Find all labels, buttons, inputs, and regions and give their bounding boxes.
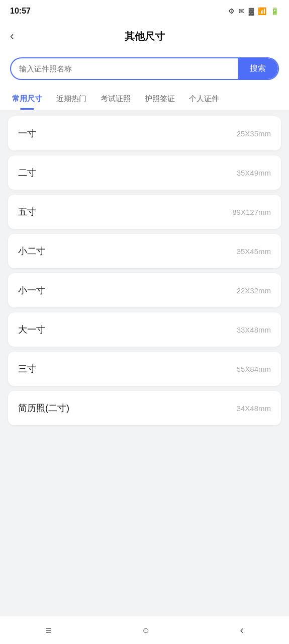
search-button[interactable]: 搜索 [238, 58, 278, 79]
wifi-icon: ▓ [249, 7, 254, 15]
item-size: 89X127mm [232, 208, 271, 216]
item-name: 小一寸 [18, 284, 45, 296]
item-size: 35X45mm [237, 247, 271, 256]
signal-icon: 📶 [258, 7, 266, 15]
back-button[interactable]: ‹ [10, 30, 14, 43]
search-bar: 搜索 [10, 57, 279, 80]
item-name: 一寸 [18, 127, 36, 139]
list-item[interactable]: 小二寸35X45mm [8, 234, 281, 268]
tabs-row: 常用尺寸近期热门考试证照护照签证个人证件 [0, 88, 289, 110]
status-time: 10:57 [10, 7, 31, 16]
status-bar: 10:57 ⚙ ✉ ▓ 📶 🔋 [0, 0, 289, 22]
item-size: 25X35mm [237, 129, 271, 138]
tab-personal[interactable]: 个人证件 [182, 88, 226, 110]
list-item[interactable]: 小一寸22X32mm [8, 273, 281, 307]
list-item[interactable]: 二寸35X49mm [8, 155, 281, 190]
item-name: 大一寸 [18, 324, 45, 336]
settings-icon: ⚙ [228, 7, 235, 15]
item-size: 55X84mm [237, 365, 271, 373]
search-container: 搜索 [0, 50, 289, 88]
item-name: 三寸 [18, 363, 36, 375]
item-name: 二寸 [18, 167, 36, 179]
list-item[interactable]: 一寸25X35mm [8, 116, 281, 150]
search-input[interactable] [11, 59, 238, 78]
tab-passport[interactable]: 护照签证 [138, 88, 182, 110]
tab-common[interactable]: 常用尺寸 [5, 88, 49, 110]
item-name: 五寸 [18, 206, 36, 218]
tabs-container: 常用尺寸近期热门考试证照护照签证个人证件 [0, 88, 289, 110]
item-size: 22X32mm [237, 286, 271, 295]
tab-recent[interactable]: 近期热门 [49, 88, 93, 110]
item-size: 33X48mm [237, 326, 271, 334]
page-title: 其他尺寸 [125, 30, 165, 43]
list-item[interactable]: 大一寸33X48mm [8, 312, 281, 347]
mail-icon: ✉ [239, 7, 245, 15]
list-item[interactable]: 简历照(二寸)34X48mm [8, 391, 281, 425]
back-nav-icon[interactable]: ‹ [240, 624, 243, 637]
bottom-nav: ≡ ○ ‹ [0, 616, 289, 644]
tab-exam[interactable]: 考试证照 [93, 88, 138, 110]
item-name: 简历照(二寸) [18, 402, 69, 414]
list-item[interactable]: 三寸55X84mm [8, 352, 281, 386]
item-size: 34X48mm [237, 404, 271, 413]
menu-icon[interactable]: ≡ [45, 624, 52, 637]
status-icons: ⚙ ✉ ▓ 📶 🔋 [228, 7, 279, 15]
header: ‹ 其他尺寸 [0, 22, 289, 50]
item-name: 小二寸 [18, 245, 45, 257]
battery-icon: 🔋 [270, 7, 279, 15]
list-item[interactable]: 五寸89X127mm [8, 195, 281, 229]
item-size: 35X49mm [237, 169, 271, 177]
home-icon[interactable]: ○ [143, 624, 149, 637]
list-container: 一寸25X35mm二寸35X49mm五寸89X127mm小二寸35X45mm小一… [0, 110, 289, 616]
